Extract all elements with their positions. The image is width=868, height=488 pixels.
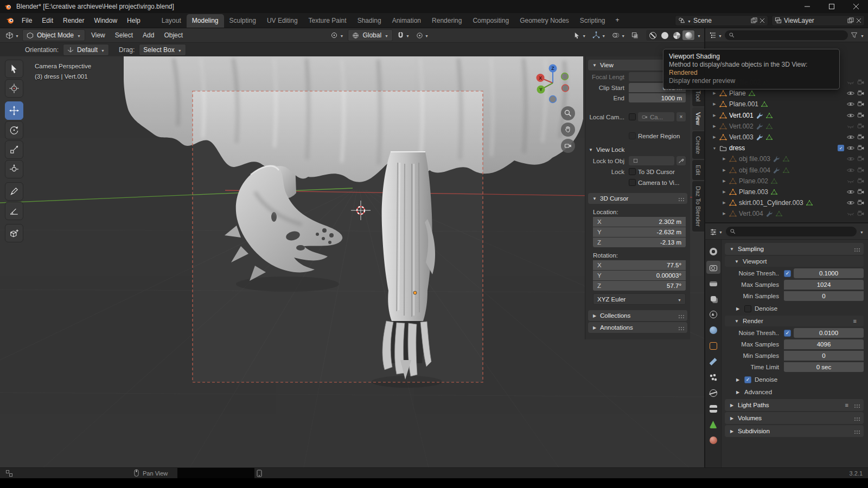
preset-menu-icon[interactable]: ≡ [845,402,848,408]
tool-tweak-select[interactable] [5,60,23,78]
snap-toggle[interactable] [395,30,412,41]
workspace-tab[interactable]: Shading [352,14,387,28]
zoom-button[interactable] [561,106,575,120]
viewport-menu-item[interactable]: View [86,28,110,42]
render-camera-toggle[interactable] [857,100,865,108]
lock-object-field[interactable] [629,156,674,165]
outliner-row[interactable]: obj file.004 [705,165,868,176]
new-copy-icon[interactable] [847,17,854,24]
view-layer-selector[interactable]: ViewLayer [771,15,865,26]
object-name[interactable]: Plane [729,89,746,97]
workspace-tab[interactable]: UV Editing [261,14,303,28]
panel-expand-icon[interactable] [735,306,741,311]
panel-expand-icon[interactable] [591,63,598,68]
object-name[interactable]: obj file.004 [739,166,770,174]
outliner-row[interactable]: Plane.001 [705,99,868,110]
drag-grip-icon[interactable] [854,404,856,406]
tool-transform[interactable] [5,160,23,178]
workspace-tab[interactable]: Rendering [426,14,467,28]
mode-dropdown[interactable]: Object Mode [22,29,85,41]
visibility-eye-toggle[interactable] [846,78,855,87]
close-icon[interactable] [856,18,861,23]
sidebar-tab[interactable]: View [692,107,704,130]
render-camera-toggle[interactable] [857,188,865,196]
camera-to-view-checkbox[interactable] [629,179,636,186]
panel-expand-icon[interactable] [729,416,735,421]
sidebar-tab[interactable]: Edit [692,160,704,180]
scene-selector[interactable]: Scene [675,15,768,26]
outliner-editor-button[interactable] [709,30,722,41]
xray-toggle[interactable] [629,30,641,41]
visibility-eye-toggle[interactable] [846,100,855,108]
properties-tab[interactable] [706,277,720,290]
editor-type-button[interactable] [3,30,21,41]
outliner-row[interactable]: Vert.003 [705,132,868,143]
render-min-samples-field[interactable]: 0 [784,351,864,361]
render-camera-toggle[interactable] [857,199,865,207]
object-name[interactable]: Vert.001 [729,112,754,119]
panel-expand-icon[interactable] [735,377,741,382]
subpanel-viewport-header[interactable]: Viewport [725,256,864,267]
visibility-eye-toggle[interactable] [846,133,855,142]
outliner-row[interactable]: skirt.001_Cylinder.003 [705,197,868,208]
outliner-row[interactable]: obj file.003 [705,153,868,164]
render-camera-toggle[interactable] [857,210,865,217]
expand-arrow-icon[interactable] [722,179,727,183]
panel-light-paths-header[interactable]: Light Paths ≡ [725,399,864,411]
time-limit-field[interactable]: 0 sec [784,362,864,372]
visibility-eye-toggle[interactable] [846,144,855,152]
render-noise-threshold-field[interactable]: 0.0100 [794,328,864,338]
tool-rotate[interactable] [5,121,23,139]
workspace-tab[interactable]: Animation [387,14,426,28]
object-name[interactable]: Vert.002 [729,123,754,130]
camera-view-button[interactable] [561,139,575,153]
view-lock-subpanel-header[interactable]: View Lock [588,146,686,153]
pan-hand-button[interactable] [561,123,575,137]
menu-item[interactable]: Render [58,13,89,28]
panel-volumes-header[interactable]: Volumes [725,412,864,424]
visibility-eye-toggle[interactable] [846,89,855,98]
tool-scale[interactable] [5,140,23,159]
drag-dropdown[interactable]: Select Box [139,44,186,56]
cursor-location-field[interactable]: Y -2.632 m [593,227,686,237]
chevron-down-icon[interactable] [860,228,864,235]
panel-expand-icon[interactable] [733,319,740,324]
object-name[interactable]: Plane.001 [729,100,758,108]
visibility-eye-toggle[interactable] [846,111,855,120]
object-name[interactable]: Vert.003 [729,133,754,141]
shading-wireframe-button[interactable] [647,30,659,40]
properties-tab[interactable] [706,418,720,431]
local-camera-field[interactable]: Ca... [638,112,674,121]
viewport-denoise-row[interactable]: Denoise [725,303,864,314]
minimize-button[interactable] [795,0,819,13]
cursor-location-field[interactable]: Z -2.13 m [593,237,686,247]
clear-local-camera-button[interactable]: × [676,112,686,121]
workspace-tab[interactable]: Layout [156,14,187,28]
render-camera-toggle[interactable] [857,89,865,97]
menu-item[interactable]: File [17,13,37,28]
chevron-down-icon[interactable] [697,31,701,39]
visibility-eye-toggle[interactable] [846,177,855,185]
expand-arrow-icon[interactable] [722,157,727,161]
new-copy-icon[interactable] [751,17,757,24]
panel-sampling-header[interactable]: Sampling [725,243,864,255]
panel-expand-icon[interactable] [591,196,598,201]
drag-grip-icon[interactable] [854,418,856,419]
panel-expand-icon[interactable] [591,325,598,330]
noise-threshold-checkbox[interactable] [784,270,791,277]
viewport-denoise-checkbox[interactable] [744,305,751,312]
rotation-mode-dropdown[interactable]: XYZ Euler [593,293,686,305]
render-denoise-checkbox[interactable] [744,376,751,383]
properties-search-input[interactable] [726,227,857,236]
orientation-default-dropdown[interactable]: Default [63,44,109,56]
viewport-menu-item[interactable]: Select [110,28,138,42]
expand-arrow-icon[interactable] [722,211,727,216]
expand-arrow-icon[interactable] [722,201,727,205]
navigation-axis-gizmo[interactable]: Z X Y [534,61,573,106]
outliner-row[interactable]: dress [705,143,868,153]
outliner-row[interactable]: Plane.003 [705,187,868,197]
properties-tab[interactable] [706,245,720,258]
expand-arrow-icon[interactable] [712,124,717,129]
expand-arrow-icon[interactable] [712,102,717,106]
render-noise-threshold-checkbox[interactable] [784,330,791,337]
